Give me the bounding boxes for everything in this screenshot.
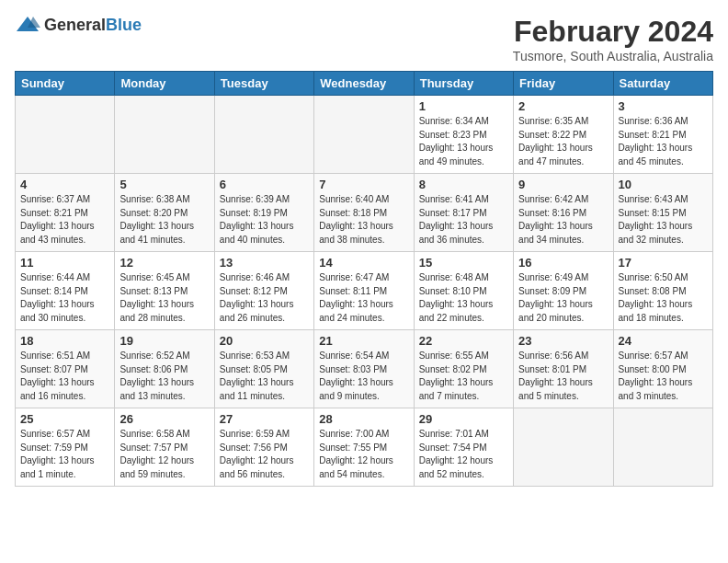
day-number: 14 — [319, 256, 408, 270]
calendar-week-2: 4Sunrise: 6:37 AM Sunset: 8:21 PM Daylig… — [16, 174, 713, 252]
calendar-cell: 3Sunrise: 6:36 AM Sunset: 8:21 PM Daylig… — [613, 96, 712, 174]
logo: GeneralBlue — [15, 15, 142, 35]
calendar-cell: 1Sunrise: 6:34 AM Sunset: 8:23 PM Daylig… — [414, 96, 513, 174]
calendar-cell: 19Sunrise: 6:52 AM Sunset: 8:06 PM Dayli… — [115, 330, 214, 408]
day-info: Sunrise: 6:44 AM Sunset: 8:14 PM Dayligh… — [20, 271, 109, 325]
day-number: 15 — [419, 256, 508, 270]
logo-icon — [15, 15, 40, 35]
day-info: Sunrise: 6:38 AM Sunset: 8:20 PM Dayligh… — [119, 193, 209, 247]
weekday-header-monday: Monday — [115, 72, 214, 96]
day-number: 10 — [619, 178, 708, 191]
calendar-cell: 9Sunrise: 6:42 AM Sunset: 8:16 PM Daylig… — [514, 174, 613, 252]
calendar-cell: 17Sunrise: 6:50 AM Sunset: 8:08 PM Dayli… — [613, 252, 712, 330]
calendar-cell: 21Sunrise: 6:54 AM Sunset: 8:03 PM Dayli… — [314, 330, 414, 408]
day-info: Sunrise: 6:55 AM Sunset: 8:02 PM Dayligh… — [419, 350, 508, 403]
day-number: 17 — [619, 256, 708, 270]
weekday-header-sunday: Sunday — [16, 72, 115, 96]
day-number: 12 — [119, 256, 209, 270]
day-info: Sunrise: 6:34 AM Sunset: 8:23 PM Dayligh… — [419, 115, 508, 168]
calendar-cell — [613, 408, 712, 487]
calendar-cell: 7Sunrise: 6:40 AM Sunset: 8:18 PM Daylig… — [314, 174, 414, 252]
day-info: Sunrise: 6:57 AM Sunset: 7:59 PM Dayligh… — [20, 428, 109, 481]
calendar-cell: 4Sunrise: 6:37 AM Sunset: 8:21 PM Daylig… — [16, 174, 115, 252]
day-info: Sunrise: 6:52 AM Sunset: 8:06 PM Dayligh… — [119, 350, 209, 403]
calendar-body: 1Sunrise: 6:34 AM Sunset: 8:23 PM Daylig… — [16, 96, 713, 487]
day-info: Sunrise: 6:41 AM Sunset: 8:17 PM Dayligh… — [419, 193, 508, 247]
day-info: Sunrise: 6:51 AM Sunset: 8:07 PM Dayligh… — [20, 350, 109, 403]
calendar-cell: 23Sunrise: 6:56 AM Sunset: 8:01 PM Dayli… — [514, 330, 613, 408]
day-info: Sunrise: 7:00 AM Sunset: 7:55 PM Dayligh… — [319, 428, 408, 481]
calendar-cell: 24Sunrise: 6:57 AM Sunset: 8:00 PM Dayli… — [613, 330, 712, 408]
calendar-cell — [16, 96, 115, 174]
calendar-cell: 20Sunrise: 6:53 AM Sunset: 8:05 PM Dayli… — [214, 330, 313, 408]
day-info: Sunrise: 6:54 AM Sunset: 8:03 PM Dayligh… — [319, 350, 408, 403]
day-number: 23 — [518, 334, 608, 348]
calendar-cell: 28Sunrise: 7:00 AM Sunset: 7:55 PM Dayli… — [314, 408, 414, 487]
page-header: GeneralBlue February 2024 Tusmore, South… — [15, 15, 713, 63]
day-number: 6 — [220, 178, 309, 191]
weekday-header-tuesday: Tuesday — [214, 72, 313, 96]
calendar-cell: 12Sunrise: 6:45 AM Sunset: 8:13 PM Dayli… — [115, 252, 214, 330]
day-info: Sunrise: 6:49 AM Sunset: 8:09 PM Dayligh… — [518, 271, 608, 325]
calendar-cell — [214, 96, 313, 174]
day-info: Sunrise: 6:39 AM Sunset: 8:19 PM Dayligh… — [220, 193, 309, 247]
day-number: 28 — [319, 412, 408, 426]
day-number: 27 — [220, 412, 309, 426]
day-info: Sunrise: 6:42 AM Sunset: 8:16 PM Dayligh… — [518, 193, 608, 247]
day-number: 8 — [419, 178, 508, 191]
day-info: Sunrise: 6:50 AM Sunset: 8:08 PM Dayligh… — [619, 271, 708, 325]
calendar-week-4: 18Sunrise: 6:51 AM Sunset: 8:07 PM Dayli… — [16, 330, 713, 408]
logo-blue: Blue — [106, 16, 142, 34]
day-number: 25 — [20, 412, 109, 426]
calendar-cell: 5Sunrise: 6:38 AM Sunset: 8:20 PM Daylig… — [115, 174, 214, 252]
calendar-cell: 26Sunrise: 6:58 AM Sunset: 7:57 PM Dayli… — [115, 408, 214, 487]
day-info: Sunrise: 6:47 AM Sunset: 8:11 PM Dayligh… — [319, 271, 408, 325]
day-number: 4 — [20, 178, 109, 191]
day-info: Sunrise: 6:35 AM Sunset: 8:22 PM Dayligh… — [518, 115, 608, 168]
day-number: 9 — [518, 178, 608, 191]
weekday-header-thursday: Thursday — [414, 72, 513, 96]
day-number: 21 — [319, 334, 408, 348]
logo-general: General — [44, 16, 106, 34]
calendar-header: SundayMondayTuesdayWednesdayThursdayFrid… — [16, 72, 713, 96]
day-info: Sunrise: 6:46 AM Sunset: 8:12 PM Dayligh… — [220, 271, 309, 325]
day-number: 18 — [20, 334, 109, 348]
calendar-week-1: 1Sunrise: 6:34 AM Sunset: 8:23 PM Daylig… — [16, 96, 713, 174]
day-info: Sunrise: 6:58 AM Sunset: 7:57 PM Dayligh… — [119, 428, 209, 481]
day-info: Sunrise: 6:43 AM Sunset: 8:15 PM Dayligh… — [619, 193, 708, 247]
day-number: 20 — [220, 334, 309, 348]
day-number: 7 — [319, 178, 408, 191]
day-info: Sunrise: 6:48 AM Sunset: 8:10 PM Dayligh… — [419, 271, 508, 325]
day-info: Sunrise: 6:53 AM Sunset: 8:05 PM Dayligh… — [220, 350, 309, 403]
calendar-cell: 16Sunrise: 6:49 AM Sunset: 8:09 PM Dayli… — [514, 252, 613, 330]
calendar-table: SundayMondayTuesdayWednesdayThursdayFrid… — [15, 71, 713, 487]
day-info: Sunrise: 6:56 AM Sunset: 8:01 PM Dayligh… — [518, 350, 608, 403]
day-number: 16 — [518, 256, 608, 270]
day-number: 2 — [518, 99, 608, 113]
calendar-cell: 18Sunrise: 6:51 AM Sunset: 8:07 PM Dayli… — [16, 330, 115, 408]
day-info: Sunrise: 6:57 AM Sunset: 8:00 PM Dayligh… — [619, 350, 708, 403]
day-number: 11 — [20, 256, 109, 270]
weekday-header-saturday: Saturday — [613, 72, 712, 96]
day-number: 3 — [619, 99, 708, 113]
calendar-cell: 15Sunrise: 6:48 AM Sunset: 8:10 PM Dayli… — [414, 252, 513, 330]
weekday-header-wednesday: Wednesday — [314, 72, 414, 96]
day-info: Sunrise: 6:36 AM Sunset: 8:21 PM Dayligh… — [619, 115, 708, 168]
calendar-week-5: 25Sunrise: 6:57 AM Sunset: 7:59 PM Dayli… — [16, 408, 713, 487]
day-number: 1 — [419, 99, 508, 113]
day-number: 26 — [119, 412, 209, 426]
calendar-cell: 25Sunrise: 6:57 AM Sunset: 7:59 PM Dayli… — [16, 408, 115, 487]
calendar-week-3: 11Sunrise: 6:44 AM Sunset: 8:14 PM Dayli… — [16, 252, 713, 330]
day-number: 29 — [419, 412, 508, 426]
weekday-header-friday: Friday — [514, 72, 613, 96]
weekday-header-row: SundayMondayTuesdayWednesdayThursdayFrid… — [16, 72, 713, 96]
calendar-cell: 11Sunrise: 6:44 AM Sunset: 8:14 PM Dayli… — [16, 252, 115, 330]
calendar-cell: 8Sunrise: 6:41 AM Sunset: 8:17 PM Daylig… — [414, 174, 513, 252]
day-number: 13 — [220, 256, 309, 270]
day-number: 19 — [119, 334, 209, 348]
calendar-cell: 29Sunrise: 7:01 AM Sunset: 7:54 PM Dayli… — [414, 408, 513, 487]
calendar-cell: 6Sunrise: 6:39 AM Sunset: 8:19 PM Daylig… — [214, 174, 313, 252]
day-number: 22 — [419, 334, 508, 348]
calendar-cell: 14Sunrise: 6:47 AM Sunset: 8:11 PM Dayli… — [314, 252, 414, 330]
page-title: February 2024 — [513, 15, 713, 49]
